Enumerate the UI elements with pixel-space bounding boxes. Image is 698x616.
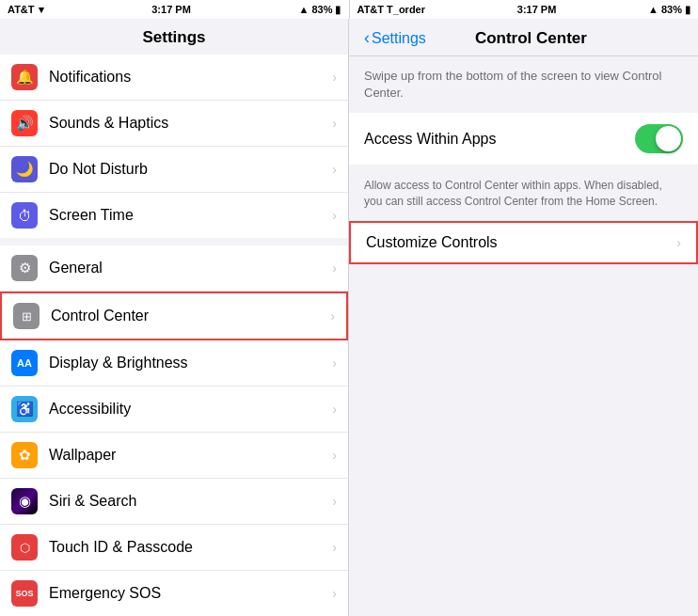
siri-chevron: › (332, 494, 337, 509)
customize-controls-label: Customize Controls (366, 234, 676, 251)
do-not-disturb-chevron: › (332, 162, 337, 177)
sounds-chevron: › (332, 116, 337, 131)
left-status-right: ▲ 83% ▮ (299, 4, 341, 16)
display-chevron: › (332, 355, 337, 371)
general-icon: ⚙ (11, 255, 38, 281)
wifi-icon: ▾ (39, 4, 44, 16)
carrier-left: AT&T (8, 4, 35, 15)
sidebar-item-emergency-sos[interactable]: SOS Emergency SOS › (0, 571, 348, 616)
accessibility-icon: ♿ (11, 396, 38, 422)
time-left: 3:17 PM (151, 4, 191, 15)
sidebar-item-wallpaper[interactable]: ✿ Wallpaper › (0, 433, 348, 479)
right-status-left: AT&T T_order (357, 4, 426, 15)
sidebar-item-general[interactable]: ⚙ General › (0, 245, 348, 292)
emergency-sos-label: Emergency SOS (49, 585, 332, 602)
screen-time-icon: ⏱ (11, 202, 38, 229)
battery-icon-right: ▮ (685, 4, 690, 16)
sidebar-item-notifications[interactable]: 🔔 Notifications › (0, 55, 348, 101)
sidebar-item-sounds[interactable]: 🔊 Sounds & Haptics › (0, 101, 348, 147)
battery-pct-left: 83% (311, 4, 332, 15)
settings-group-1: 🔔 Notifications › 🔊 Sounds & Haptics › 🌙… (0, 55, 348, 238)
siri-icon: ◉ (11, 488, 38, 514)
access-within-apps-description: Allow access to Control Center within ap… (349, 172, 698, 221)
customize-controls-chevron-icon: › (676, 235, 681, 250)
display-label: Display & Brightness (49, 355, 332, 371)
carrier-right: AT&T T_order (357, 4, 426, 15)
detail-header: ‹ Settings Control Center (349, 19, 698, 56)
location-icon-right: ▲ (648, 4, 658, 15)
emergency-sos-icon: SOS (11, 580, 38, 607)
detail-description: Swipe up from the bottom of the screen t… (349, 56, 698, 113)
back-button[interactable]: ‹ Settings (364, 28, 426, 48)
access-within-apps-row[interactable]: Access Within Apps (349, 113, 698, 165)
do-not-disturb-icon: 🌙 (11, 156, 38, 182)
accessibility-chevron: › (332, 402, 337, 417)
main-content: Settings 🔔 Notifications › 🔊 Sounds & Ha… (0, 19, 698, 616)
touchid-chevron: › (332, 540, 337, 555)
wallpaper-chevron: › (332, 448, 337, 463)
touchid-label: Touch ID & Passcode (49, 539, 332, 556)
notifications-icon: 🔔 (11, 64, 38, 90)
sidebar-item-siri[interactable]: ◉ Siri & Search › (0, 479, 348, 525)
back-chevron-icon: ‹ (364, 28, 370, 48)
sidebar-item-accessibility[interactable]: ♿ Accessibility › (0, 387, 348, 433)
sidebar-item-touchid[interactable]: ⬡ Touch ID & Passcode › (0, 525, 348, 571)
right-status-bar: AT&T T_order 3:17 PM ▲ 83% ▮ (350, 0, 699, 19)
general-label: General (49, 260, 332, 276)
wallpaper-icon: ✿ (11, 442, 38, 468)
control-center-label: Control Center (51, 308, 330, 324)
access-within-apps-label: Access Within Apps (364, 131, 635, 148)
access-within-apps-section: Access Within Apps (349, 113, 698, 165)
sidebar-item-do-not-disturb[interactable]: 🌙 Do Not Disturb › (0, 147, 348, 193)
notifications-label: Notifications (49, 69, 332, 86)
status-bars: AT&T ▾ 3:17 PM ▲ 83% ▮ AT&T T_order 3:17… (0, 0, 698, 19)
battery-pct-right: 83% (661, 4, 682, 15)
sidebar-item-screen-time[interactable]: ⏱ Screen Time › (0, 193, 348, 238)
time-right: 3:17 PM (517, 4, 557, 15)
accessibility-label: Accessibility (49, 401, 332, 418)
control-center-icon: ⊞ (13, 303, 40, 329)
sounds-label: Sounds & Haptics (49, 115, 332, 132)
emergency-sos-chevron: › (332, 586, 337, 601)
settings-panel: Settings 🔔 Notifications › 🔊 Sounds & Ha… (0, 19, 349, 616)
sidebar-item-control-center[interactable]: ⊞ Control Center › (0, 292, 348, 340)
do-not-disturb-label: Do Not Disturb (49, 161, 332, 178)
right-status-right: ▲ 83% ▮ (648, 4, 690, 16)
general-chevron: › (332, 261, 337, 276)
detail-panel: ‹ Settings Control Center Swipe up from … (349, 19, 698, 616)
wallpaper-label: Wallpaper (49, 447, 332, 464)
touchid-icon: ⬡ (11, 534, 38, 561)
back-label: Settings (372, 30, 426, 47)
sounds-icon: 🔊 (11, 110, 38, 136)
access-within-apps-toggle[interactable] (635, 124, 683, 153)
display-icon: AA (11, 350, 38, 376)
sidebar-item-display[interactable]: AA Display & Brightness › (0, 340, 348, 387)
screen-time-chevron: › (332, 208, 337, 223)
screen-time-label: Screen Time (49, 207, 332, 224)
settings-title: Settings (0, 19, 348, 55)
control-center-chevron: › (330, 308, 335, 324)
left-status-left: AT&T ▾ (8, 4, 44, 16)
notifications-chevron: › (332, 70, 337, 85)
battery-icon-left: ▮ (335, 4, 341, 16)
left-status-bar: AT&T ▾ 3:17 PM ▲ 83% ▮ (0, 0, 350, 19)
toggle-knob (656, 126, 681, 151)
customize-controls-row[interactable]: Customize Controls › (349, 221, 698, 264)
location-icon-left: ▲ (299, 4, 309, 15)
detail-title: Control Center (426, 29, 636, 48)
settings-group-2: ⚙ General › ⊞ Control Center › AA Displa… (0, 245, 348, 616)
siri-label: Siri & Search (49, 493, 332, 510)
